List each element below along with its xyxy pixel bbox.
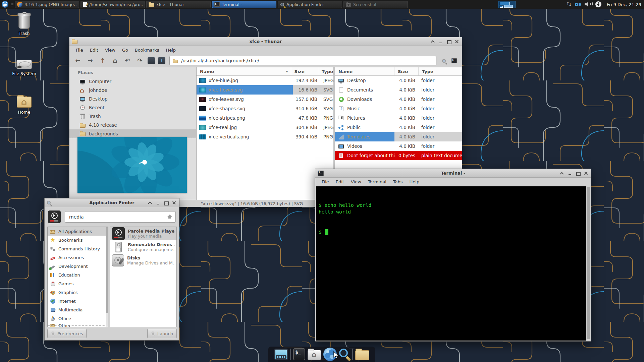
menu-item[interactable]: View (102, 47, 118, 53)
taskbar-button[interactable]: Application Finder (278, 1, 342, 8)
file-row[interactable]: xfce-leaves.svg 157.0 KiB SVG image (197, 95, 333, 104)
redo-button[interactable]: ↷ (134, 56, 146, 65)
category-item[interactable]: Internet (48, 297, 108, 305)
search-result-item[interactable]: Removable Drives ... Configure manageme.… (110, 240, 176, 254)
taskbar-button[interactable]: 4.16-1.png (PNG Image, ... (15, 1, 79, 8)
file-row[interactable]: Documents 4.0 KiB folder (335, 85, 462, 95)
file-row[interactable]: xfce-blue.jpg 192.4 KiB JPEG image (197, 76, 333, 85)
appfinder-titlebar[interactable]: Application Finder (45, 198, 179, 207)
close-button[interactable] (584, 171, 588, 176)
keyboard-layout-indicator[interactable]: DE (575, 2, 581, 7)
category-item[interactable]: All Applications (48, 227, 108, 236)
shade-button[interactable] (148, 200, 152, 205)
taskbar-button[interactable]: Terminal - (212, 1, 276, 8)
places-item[interactable]: Desktop (69, 95, 196, 103)
menu-item[interactable]: Help (407, 179, 423, 185)
desktop-icon[interactable]: Trash (9, 15, 39, 36)
back-button[interactable]: ← (72, 56, 84, 65)
file-row[interactable]: Dont forget about this ! 0 bytes plain t… (335, 151, 462, 160)
terminal-screen[interactable]: $ echo hello worldhello world $ (316, 186, 590, 341)
menu-item[interactable]: Edit (333, 179, 347, 185)
file-row[interactable]: Pictures 4.0 KiB folder (335, 113, 462, 123)
application-finder-window[interactable]: Application Finder All Applications Book… (44, 198, 179, 341)
menu-item[interactable]: Bookmarks (132, 47, 162, 53)
taskbar-button[interactable]: xfce - Thunar (146, 1, 211, 8)
collapse-arrow-icon[interactable] (167, 215, 172, 219)
dock-item[interactable] (274, 349, 288, 360)
places-item[interactable]: Trash (69, 112, 196, 121)
power-manager-icon[interactable] (595, 1, 601, 7)
close-button[interactable] (172, 200, 176, 205)
places-item[interactable]: Recent (69, 103, 196, 112)
taskbar-button[interactable]: /home/schwinn/misc/pro... (80, 1, 145, 8)
category-item[interactable]: Graphics (48, 288, 108, 297)
volume-icon[interactable] (585, 2, 592, 7)
home-button[interactable]: ⌂ (109, 56, 121, 65)
column-header-name[interactable]: Name (197, 67, 291, 75)
file-row[interactable]: xfce-shapes.svg 314.6 KiB SVG image (197, 104, 333, 113)
file-row[interactable]: Videos 4.0 KiB folder (335, 141, 462, 151)
file-row[interactable]: Desktop 4.0 KiB folder (335, 76, 462, 85)
column-header-size[interactable]: Size (291, 67, 319, 75)
search-input[interactable] (68, 214, 167, 220)
places-item[interactable]: 4.18 release (69, 121, 196, 129)
file-row[interactable]: xfce-teal.jpg 304.8 KiB JPEG image (197, 123, 333, 132)
shade-button[interactable] (430, 39, 435, 44)
search-result-item[interactable]: Parole Media Player Play your media (110, 227, 176, 240)
menu-item[interactable]: File (319, 179, 332, 185)
column-header-size[interactable]: Size (394, 67, 419, 75)
file-row[interactable]: Downloads 4.0 KiB folder (335, 95, 462, 104)
category-item[interactable]: Accessories (48, 253, 108, 262)
minimize-button[interactable] (568, 171, 572, 176)
network-icon[interactable] (566, 2, 571, 7)
column-header-type[interactable]: Type (419, 67, 462, 75)
zoom-out-button[interactable]: − (148, 57, 155, 64)
menu-item[interactable]: File (73, 47, 86, 53)
menu-item[interactable]: Go (119, 47, 131, 53)
desktop-icon[interactable]: File System (9, 56, 39, 76)
category-item[interactable]: Other (48, 323, 108, 327)
category-item[interactable]: Commands History (48, 244, 108, 253)
places-item[interactable]: johndoe (69, 86, 196, 95)
open-terminal-button[interactable] (449, 56, 459, 65)
minimize-button[interactable] (156, 200, 160, 205)
location-input[interactable] (180, 58, 433, 64)
maximize-button[interactable] (446, 39, 451, 44)
file-row[interactable]: Public 4.0 KiB folder (335, 123, 462, 132)
zoom-in-button[interactable]: + (158, 57, 165, 64)
up-button[interactable]: ↑ (97, 56, 108, 65)
terminal-scrollbar[interactable] (586, 186, 590, 341)
location-bar[interactable] (169, 56, 436, 65)
minimize-button[interactable] (438, 39, 443, 44)
search-button[interactable] (439, 56, 448, 65)
places-item[interactable]: Computer (69, 77, 196, 86)
preferences-button[interactable]: Preferences (47, 329, 87, 338)
column-header-type[interactable]: Type (318, 67, 333, 75)
panel-clock[interactable]: Fri 9 Dec, 21:29 (607, 2, 641, 7)
maximize-button[interactable] (164, 200, 168, 205)
dock-item[interactable] (308, 349, 321, 360)
workspace-switcher[interactable] (498, 1, 516, 8)
close-button[interactable] (454, 39, 459, 44)
taskbar-button[interactable]: Screenshot (343, 1, 408, 8)
file-row[interactable]: Music 4.0 KiB folder (335, 104, 462, 113)
thunar-titlebar[interactable]: xfce - Thunar (69, 37, 462, 46)
category-item[interactable]: Office (48, 314, 108, 323)
menu-item[interactable]: Tabs (390, 179, 406, 185)
category-item[interactable]: Games (48, 279, 108, 288)
category-item[interactable]: Multimedia (48, 305, 108, 314)
shade-button[interactable] (559, 171, 564, 176)
file-row[interactable]: xfce-stripes.png 47.8 KiB PNG image (197, 113, 333, 123)
file-row[interactable]: xfce-flower.svg 16.6 KiB SVG image (197, 85, 333, 95)
terminal-titlebar[interactable]: Terminal - (315, 169, 591, 178)
undo-button[interactable]: ↶ (122, 56, 133, 65)
dock-item[interactable] (293, 348, 305, 360)
applications-menu-button[interactable] (0, 0, 10, 9)
menu-item[interactable]: Edit (87, 47, 101, 53)
forward-button[interactable]: → (85, 56, 96, 65)
launch-button[interactable]: Launch (147, 329, 177, 338)
desktop-icon[interactable]: Home (9, 94, 39, 115)
menu-item[interactable]: Help (163, 47, 179, 53)
category-item[interactable]: Education (48, 270, 108, 279)
file-row[interactable]: xfce-verticals.png 390.4 KiB PNG image (197, 132, 333, 141)
